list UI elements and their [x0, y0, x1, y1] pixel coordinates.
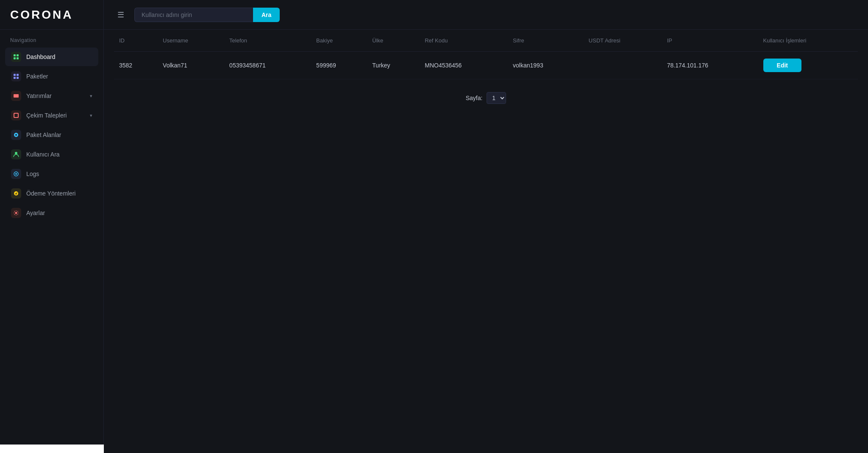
- svg-rect-5: [17, 74, 19, 76]
- paketler-icon: [11, 71, 21, 81]
- svg-rect-0: [14, 54, 16, 56]
- logo-area: CORONA: [0, 0, 103, 30]
- col-telefon: Telefon: [224, 30, 311, 52]
- cell-bakiye: 599969: [311, 52, 367, 79]
- nav-label: Navigation: [0, 30, 103, 48]
- cell-telefon: 05393458671: [224, 52, 311, 79]
- sidebar-item-odeme-yontemleri[interactable]: Ödeme Yöntemleri: [5, 184, 98, 203]
- cell-ref-kodu: MNO4536456: [420, 52, 508, 79]
- pagination-label: Sayfa:: [466, 95, 483, 101]
- col-kullanici-islemleri: Kullanıcı İşlemleri: [758, 30, 858, 52]
- hamburger-button[interactable]: ☰: [114, 8, 128, 21]
- paket-alanlar-icon: [11, 130, 21, 140]
- search-input[interactable]: [134, 8, 253, 22]
- cell-action: Edit: [758, 52, 858, 79]
- sidebar-item-kullanici-ara[interactable]: Kullanıcı Ara: [5, 145, 98, 164]
- chevron-down-icon: ▾: [90, 93, 92, 99]
- col-ip: IP: [662, 30, 758, 52]
- bottom-bar: [0, 445, 104, 453]
- sidebar-item-label: Kullanıcı Ara: [26, 151, 60, 158]
- svg-rect-1: [17, 54, 19, 56]
- cell-username: Volkan71: [158, 52, 224, 79]
- dashboard-icon: [11, 52, 21, 62]
- cell-ulke: Turkey: [367, 52, 420, 79]
- svg-rect-10: [14, 114, 18, 117]
- users-table: ID Username Telefon Bakiye Ülke Ref Kodu…: [114, 30, 858, 79]
- pagination-area: Sayfa: 1: [114, 79, 858, 117]
- col-sifre: Sifre: [508, 30, 584, 52]
- svg-point-12: [15, 134, 17, 136]
- table-header-row: ID Username Telefon Bakiye Ülke Ref Kodu…: [114, 30, 858, 52]
- kullanici-ara-icon: [11, 149, 21, 159]
- sidebar-item-label: Çekim Talepleri: [26, 112, 67, 119]
- sidebar-item-ayarlar[interactable]: Ayarlar: [5, 204, 98, 222]
- odeme-icon: [11, 188, 21, 199]
- cell-id: 3582: [114, 52, 158, 79]
- svg-point-17: [15, 212, 17, 214]
- yatirimlar-icon: [11, 91, 21, 101]
- sidebar-item-label: Logs: [26, 171, 39, 177]
- sidebar-item-paketler[interactable]: Paketler: [5, 67, 98, 86]
- cell-usdt-adresi: [584, 52, 662, 79]
- col-ref-kodu: Ref Kodu: [420, 30, 508, 52]
- sidebar-item-label: Dashboard: [26, 53, 56, 60]
- sidebar: CORONA Navigation Dashboard: [0, 0, 104, 453]
- svg-rect-7: [17, 77, 19, 79]
- cell-ip: 78.174.101.176: [662, 52, 758, 79]
- svg-point-15: [15, 173, 17, 175]
- page-select[interactable]: 1: [487, 92, 506, 104]
- sidebar-item-cekim-talepleri[interactable]: Çekim Talepleri ▾: [5, 106, 98, 125]
- sidebar-item-paket-alanlar[interactable]: Paket Alanlar: [5, 126, 98, 144]
- sidebar-item-yatirimlar[interactable]: Yatırımlar ▾: [5, 87, 98, 105]
- col-ulke: Ülke: [367, 30, 420, 52]
- sidebar-item-label: Ödeme Yöntemleri: [26, 190, 75, 197]
- cekim-icon: [11, 110, 21, 120]
- main-content: ☰ Ara ID Username Telefon Bakiye Ülke Re…: [104, 0, 868, 453]
- sidebar-item-logs[interactable]: Logs: [5, 165, 98, 183]
- ayarlar-icon: [11, 208, 21, 218]
- cell-sifre: volkan1993: [508, 52, 584, 79]
- sidebar-item-label: Paketler: [26, 73, 48, 80]
- topbar: ☰ Ara: [104, 0, 868, 30]
- svg-rect-2: [14, 57, 16, 59]
- col-bakiye: Bakiye: [311, 30, 367, 52]
- search-button[interactable]: Ara: [253, 8, 280, 22]
- svg-point-13: [15, 152, 17, 154]
- table-container: ID Username Telefon Bakiye Ülke Ref Kodu…: [104, 30, 868, 453]
- col-id: ID: [114, 30, 158, 52]
- chevron-down-icon: ▾: [90, 113, 92, 118]
- svg-point-16: [14, 191, 18, 196]
- sidebar-item-dashboard[interactable]: Dashboard: [5, 48, 98, 66]
- sidebar-item-label: Ayarlar: [26, 210, 45, 216]
- svg-rect-8: [14, 94, 19, 98]
- svg-rect-3: [17, 57, 19, 59]
- col-usdt-adresi: USDT Adresi: [584, 30, 662, 52]
- app-logo: CORONA: [10, 8, 73, 22]
- table-row: 3582 Volkan71 05393458671 599969 Turkey …: [114, 52, 858, 79]
- col-username: Username: [158, 30, 224, 52]
- nav-items: Dashboard Paketler Yatırımlar ▾: [0, 48, 103, 222]
- sidebar-item-label: Paket Alanlar: [26, 131, 61, 138]
- logs-icon: [11, 169, 21, 179]
- svg-rect-4: [14, 74, 16, 76]
- edit-button[interactable]: Edit: [763, 59, 801, 72]
- sidebar-item-label: Yatırımlar: [26, 92, 52, 99]
- svg-rect-6: [14, 77, 16, 79]
- search-area: Ara: [134, 8, 280, 22]
